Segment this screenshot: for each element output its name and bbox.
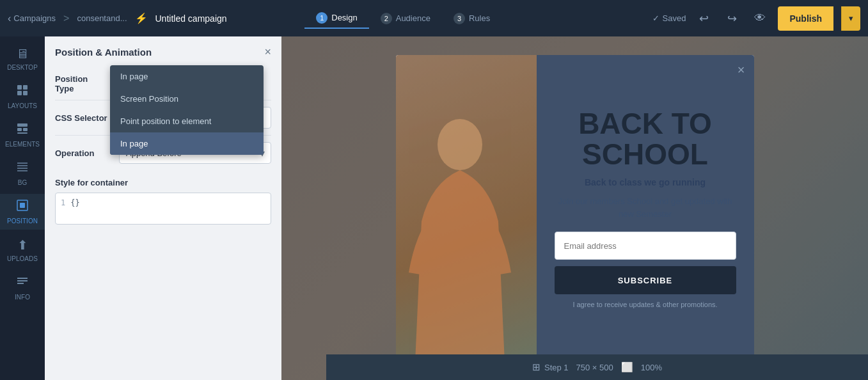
sidebar-item-elements[interactable]: ELEMENTS xyxy=(0,117,45,153)
modal-popup: × BACK TOSCHOOL Back to class we go runn… xyxy=(396,55,754,362)
nav-step-rules[interactable]: 3 Rules xyxy=(442,9,501,28)
panel-close-button[interactable]: × xyxy=(264,45,271,59)
svg-rect-14 xyxy=(17,278,28,279)
svg-rect-7 xyxy=(17,132,28,134)
back-label: Campaigns xyxy=(13,13,56,23)
undo-button[interactable]: ↩ xyxy=(693,8,714,29)
modal-subscribe-button[interactable]: SUBSCRIBE xyxy=(555,266,736,294)
sidebar-label-layouts: LAYOUTS xyxy=(8,102,37,109)
svg-rect-3 xyxy=(23,91,28,95)
sidebar-label-elements: ELEMENTS xyxy=(5,141,40,148)
step-indicator: ⊞ Step 1 xyxy=(532,361,569,373)
step-num-2: 2 xyxy=(381,13,392,24)
modal-left-image xyxy=(396,55,537,362)
panel: Position & Animation × PositionType In p… xyxy=(45,36,281,380)
svg-rect-16 xyxy=(17,283,24,284)
sidebar-item-uploads[interactable]: ⬆ UPLOADS xyxy=(0,232,45,267)
step-label-design: Design xyxy=(331,13,357,22)
top-nav: ‹ Campaigns > consentand... ⚡ Untitled c… xyxy=(0,0,868,36)
redo-button[interactable]: ↪ xyxy=(722,8,742,29)
modal-close-button[interactable]: × xyxy=(738,63,745,77)
chevron-left-icon: ‹ xyxy=(8,13,11,24)
nav-step-design[interactable]: 1 Design xyxy=(304,8,368,29)
panel-title: Position & Animation xyxy=(55,47,152,58)
zoom-label: 100% xyxy=(641,363,662,372)
main-area: 🖥 DESKTOP LAYOUTS ELEMENTS BG POSITIO xyxy=(0,36,868,380)
sidebar-label-bg: BG xyxy=(18,179,27,186)
saved-badge: ✓ Saved xyxy=(652,13,686,23)
svg-point-17 xyxy=(438,119,482,170)
layouts-icon xyxy=(16,84,29,100)
saved-check-icon: ✓ xyxy=(652,13,659,23)
panel-header: Position & Animation × xyxy=(45,36,281,65)
svg-rect-6 xyxy=(23,128,28,131)
dropdown-option-screen-position[interactable]: Screen Position xyxy=(110,88,264,110)
back-button[interactable]: ‹ Campaigns xyxy=(8,13,56,24)
sidebar-label-desktop: DESKTOP xyxy=(7,64,38,71)
step-num-3: 3 xyxy=(454,13,465,24)
saved-label: Saved xyxy=(663,13,686,23)
position-icon xyxy=(16,199,29,215)
uploads-icon: ⬆ xyxy=(17,237,28,253)
org-label: consentand... xyxy=(77,13,127,23)
position-type-dropdown[interactable]: In page Screen Position Point position t… xyxy=(110,65,264,155)
panel-rows-container: PositionType In page Screen Position Poi… xyxy=(55,65,271,170)
svg-rect-5 xyxy=(17,128,22,131)
svg-rect-0 xyxy=(17,85,22,90)
dimensions-indicator: 750 × 500 xyxy=(576,363,613,372)
code-line-num: 1 xyxy=(61,198,65,207)
svg-rect-13 xyxy=(20,203,25,208)
bg-icon xyxy=(16,161,29,177)
svg-rect-4 xyxy=(17,123,28,127)
css-selector-label: CSS Selector xyxy=(55,113,119,123)
publish-caret-button[interactable]: ▾ xyxy=(841,6,860,31)
preview-area: × BACK TOSCHOOL Back to class we go runn… xyxy=(281,36,868,380)
svg-rect-15 xyxy=(17,280,28,281)
modal-description: Join our members School and get updated … xyxy=(555,195,736,220)
modal-disclaimer: I agree to receive updates & other promo… xyxy=(572,301,717,308)
sidebar-item-layouts[interactable]: LAYOUTS xyxy=(0,79,45,115)
nav-steps: 1 Design 2 Audience 3 Rules xyxy=(304,8,501,29)
info-icon xyxy=(16,275,29,291)
code-content: {} xyxy=(70,198,79,207)
modal-email-input[interactable] xyxy=(555,232,736,260)
elements-icon xyxy=(16,122,29,138)
publish-button[interactable]: Publish xyxy=(778,6,833,31)
sidebar-label-uploads: UPLOADS xyxy=(7,255,38,262)
bolt-icon: ⚡ xyxy=(135,12,148,24)
step-icon: ⊞ xyxy=(532,361,541,373)
sidebar-label-info: INFO xyxy=(15,294,30,301)
breadcrumb-sep: > xyxy=(63,13,69,24)
preview-button[interactable]: 👁 xyxy=(750,8,770,29)
step-label: Step 1 xyxy=(544,363,569,372)
step-label-rules: Rules xyxy=(469,13,490,23)
dimensions-label: 750 × 500 xyxy=(576,363,613,372)
nav-step-audience[interactable]: 2 Audience xyxy=(369,9,442,28)
dropdown-option-in-page-1[interactable]: In page xyxy=(110,65,264,88)
svg-rect-2 xyxy=(17,91,22,95)
dropdown-option-point-position[interactable]: Point position to element xyxy=(110,110,264,132)
desktop-icon: 🖥 xyxy=(16,47,29,61)
sidebar-item-position[interactable]: POSITION xyxy=(0,194,45,230)
modal-title: BACK TOSCHOOL xyxy=(578,108,712,170)
dropdown-option-in-page-2[interactable]: In page xyxy=(110,132,264,155)
frame-icon: ⬜ xyxy=(621,361,633,373)
step-label-audience: Audience xyxy=(396,13,430,23)
bottom-bar: ⊞ Step 1 750 × 500 ⬜ 100% xyxy=(326,354,868,380)
code-editor[interactable]: 1 {} xyxy=(55,193,271,225)
sidebar-item-desktop[interactable]: 🖥 DESKTOP xyxy=(0,42,45,76)
style-container-section: Style for container 1 {} xyxy=(55,178,271,225)
step-num-1: 1 xyxy=(316,12,327,24)
position-type-row: PositionType In page Screen Position Poi… xyxy=(55,65,271,100)
position-type-label: PositionType xyxy=(55,72,119,93)
panel-content: PositionType In page Screen Position Poi… xyxy=(45,65,281,225)
left-sidebar: 🖥 DESKTOP LAYOUTS ELEMENTS BG POSITIO xyxy=(0,36,45,380)
sidebar-label-position: POSITION xyxy=(7,218,38,225)
campaign-name[interactable]: Untitled campaign xyxy=(155,13,227,24)
sidebar-item-bg[interactable]: BG xyxy=(0,155,45,191)
modal-subtitle: Back to class we go running xyxy=(585,177,706,187)
sidebar-item-info[interactable]: INFO xyxy=(0,270,45,306)
frame-indicator: ⬜ xyxy=(621,361,633,373)
zoom-indicator: 100% xyxy=(641,363,662,372)
style-container-label: Style for container xyxy=(55,178,271,187)
